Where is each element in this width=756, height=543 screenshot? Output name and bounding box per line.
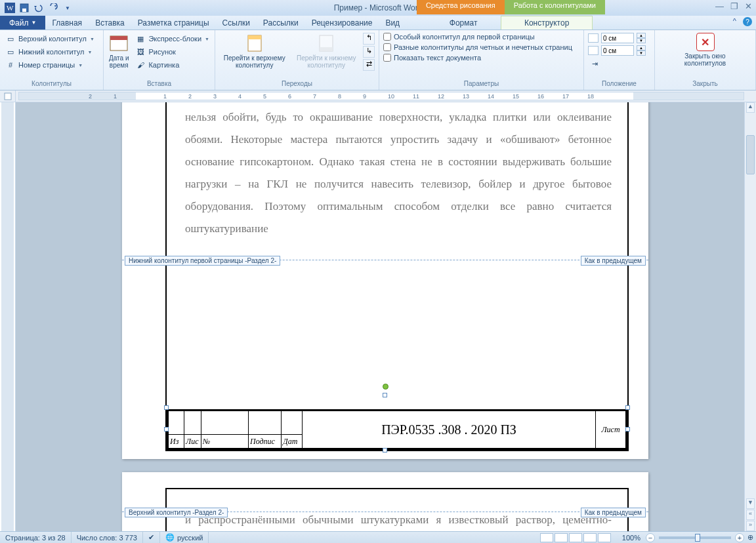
svg-rect-3 xyxy=(22,9,26,12)
page-number-icon: # xyxy=(5,60,16,70)
footer-bottom-icon xyxy=(588,46,598,55)
undo-icon[interactable] xyxy=(32,1,46,14)
spin-down-icon[interactable]: ▼ xyxy=(637,50,646,56)
close-x-icon: ✕ xyxy=(696,33,715,51)
header-button[interactable]: ▭Верхний колонтитул▼ xyxy=(4,33,96,45)
context-header-footer-tools: Работа с колонтитулами xyxy=(505,0,605,14)
tab-insert[interactable]: Вставка xyxy=(89,16,131,30)
spin-down-icon[interactable]: ▼ xyxy=(637,38,646,43)
calendar-icon xyxy=(108,33,129,54)
save-icon[interactable] xyxy=(17,1,32,14)
context-drawing-tools: Средства рисования xyxy=(417,0,505,14)
tab-view[interactable]: Вид xyxy=(379,16,406,30)
group-navigation: Перейти к верхнему колонтитулу Перейти к… xyxy=(215,30,379,90)
window-controls: ― ❐ ✕ xyxy=(715,1,752,11)
svg-rect-5 xyxy=(110,36,127,40)
group-insert: Дата и время ▦Экспресс-блоки▼ 🖼Рисунок 🖌… xyxy=(104,30,215,90)
picture-icon: 🖼 xyxy=(135,47,146,57)
header-top-icon xyxy=(588,33,598,43)
align-tab-icon: ⇥ xyxy=(589,58,600,69)
footer-from-bottom-input[interactable]: ▲▼ xyxy=(588,45,646,56)
different-odd-even-checkbox[interactable]: Разные колонтитулы для четных и нечетных… xyxy=(383,43,572,51)
group-label-nav: Переходы xyxy=(219,80,375,89)
header-from-top-input[interactable]: ▲▼ xyxy=(588,33,646,43)
svg-rect-7 xyxy=(248,35,261,39)
tab-mailings[interactable]: Рассылки xyxy=(257,16,305,30)
close-header-footer-button[interactable]: ✕ Закрыть окно колонтитулов xyxy=(679,33,732,67)
tab-design-active[interactable]: Конструктор xyxy=(501,16,593,30)
qat-customize-icon[interactable]: ▼ xyxy=(60,1,75,14)
tab-home[interactable]: Главная xyxy=(45,16,89,30)
group-label-close: Закрыть xyxy=(659,80,751,89)
title-bar: W ▼ Пример - Microsoft Word Средства рис… xyxy=(0,0,756,16)
tab-format[interactable]: Формат xyxy=(426,16,501,30)
clipart-icon: 🖌 xyxy=(135,60,146,70)
goto-footer-icon xyxy=(316,33,337,54)
contextual-tab-strip: Средства рисования Работа с колонтитулам… xyxy=(417,0,605,14)
help-icon[interactable]: ? xyxy=(743,17,752,26)
tab-review[interactable]: Рецензирование xyxy=(305,16,379,30)
group-label-options: Параметры xyxy=(383,80,579,89)
next-section-icon[interactable]: ↳ xyxy=(363,46,375,58)
footer-bottom-value[interactable] xyxy=(601,45,634,56)
goto-footer-button[interactable]: Перейти к нижнему колонтитулу xyxy=(291,33,362,69)
group-close: ✕ Закрыть окно колонтитулов Закрыть xyxy=(655,30,756,90)
quick-parts-button[interactable]: ▦Экспресс-блоки▼ xyxy=(134,33,211,45)
goto-header-button[interactable]: Перейти к верхнему колонтитулу xyxy=(219,33,290,69)
clipart-label: Картинка xyxy=(148,61,179,69)
link-previous-icon[interactable]: ⇄ xyxy=(363,59,375,71)
ribbon: ▭Верхний колонтитул▼ ▭Нижний колонтитул▼… xyxy=(0,30,756,90)
page-number-button[interactable]: #Номер страницы▼ xyxy=(4,59,84,71)
goto-footer-label: Перейти к нижнему колонтитулу xyxy=(291,54,362,69)
spin-up-icon[interactable]: ▲ xyxy=(637,33,646,38)
file-tab[interactable]: Файл▼ xyxy=(0,16,45,30)
tab-references[interactable]: Ссылки xyxy=(216,16,257,30)
svg-rect-10 xyxy=(5,93,11,100)
close-icon[interactable]: ✕ xyxy=(745,1,752,11)
minimize-icon[interactable]: ― xyxy=(715,1,724,11)
clipart-button[interactable]: 🖌Картинка xyxy=(134,59,211,71)
horizontal-ruler-row: 21123456789101112131415161718 xyxy=(0,90,756,102)
ribbon-tabs: Файл▼ Главная Вставка Разметка страницы … xyxy=(0,16,756,30)
quick-access-toolbar: W ▼ xyxy=(0,1,75,14)
show-doc-label: Показать текст документа xyxy=(394,54,481,62)
goto-header-label: Перейти к верхнему колонтитулу xyxy=(219,54,290,69)
horizontal-ruler[interactable]: 21123456789101112131415161718 xyxy=(18,92,744,100)
group-label-insert: Вставка xyxy=(108,80,211,89)
footer-button[interactable]: ▭Нижний колонтитул▼ xyxy=(4,46,93,58)
group-label-hf: Колонтитулы xyxy=(4,80,99,89)
tab-page-layout[interactable]: Разметка страницы xyxy=(131,16,216,30)
date-time-label: Дата и время xyxy=(108,54,130,69)
show-document-text-checkbox[interactable]: Показать текст документа xyxy=(383,54,481,62)
group-header-footer: ▭Верхний колонтитул▼ ▭Нижний колонтитул▼… xyxy=(0,30,104,90)
header-top-value[interactable] xyxy=(601,33,634,43)
insert-alignment-tab-button[interactable]: ⇥ xyxy=(588,58,601,70)
group-options: Особый колонтитул для первой страницы Ра… xyxy=(379,30,584,90)
prev-section-icon[interactable]: ↰ xyxy=(363,33,375,45)
picture-button[interactable]: 🖼Рисунок xyxy=(134,46,211,58)
word-app-icon[interactable]: W xyxy=(3,1,17,14)
goto-header-icon xyxy=(244,33,265,54)
header-icon: ▭ xyxy=(5,33,16,44)
svg-rect-9 xyxy=(320,47,333,51)
date-time-button[interactable]: Дата и время xyxy=(108,33,130,69)
quick-parts-label: Экспресс-блоки xyxy=(148,35,201,43)
ruler-corner[interactable] xyxy=(0,90,16,102)
footer-label: Нижний колонтитул xyxy=(18,48,84,56)
file-tab-label: Файл xyxy=(9,18,29,28)
spin-up-icon[interactable]: ▲ xyxy=(637,45,646,50)
minimize-ribbon-icon[interactable]: ^ xyxy=(733,17,736,26)
group-label-position: Положение xyxy=(588,80,650,89)
footer-icon: ▭ xyxy=(5,47,16,57)
close-hf-label: Закрыть окно колонтитулов xyxy=(679,52,732,67)
different-first-page-checkbox[interactable]: Особый колонтитул для первой страницы xyxy=(383,33,535,41)
page-number-label: Номер страницы xyxy=(18,61,75,69)
restore-icon[interactable]: ❐ xyxy=(730,1,738,11)
redo-icon[interactable] xyxy=(46,1,60,14)
picture-label: Рисунок xyxy=(148,48,176,56)
help-area: ^ ? xyxy=(733,17,752,26)
diff-oddeven-label: Разные колонтитулы для четных и нечетных… xyxy=(394,43,572,51)
group-position: ▲▼ ▲▼ ⇥ Положение xyxy=(584,30,655,90)
header-label: Верхний колонтитул xyxy=(18,35,87,43)
window-title: Пример - Microsoft Word xyxy=(334,3,423,12)
